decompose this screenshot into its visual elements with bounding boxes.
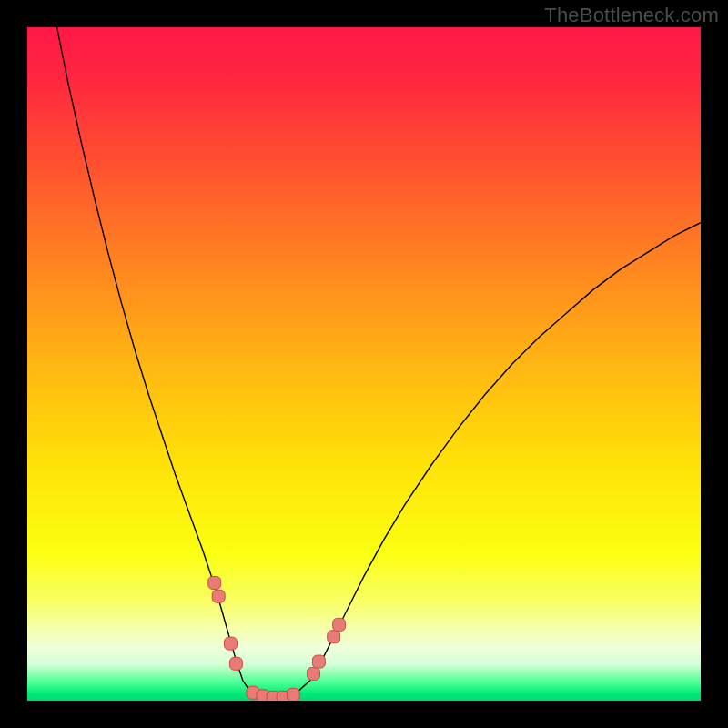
chart-area xyxy=(27,27,701,701)
marker-point xyxy=(312,655,325,668)
marker-point xyxy=(333,618,346,631)
marker-point xyxy=(224,637,237,650)
marker-point xyxy=(328,631,340,643)
attribution-label: TheBottleneck.com xyxy=(544,4,719,27)
outer-frame: TheBottleneck.com xyxy=(0,0,728,728)
gradient-background xyxy=(27,27,701,701)
marker-point xyxy=(229,657,242,670)
marker-point xyxy=(287,688,299,701)
chart-svg xyxy=(27,27,701,701)
marker-point xyxy=(212,590,225,602)
marker-point xyxy=(308,667,320,680)
marker-point xyxy=(208,577,221,590)
